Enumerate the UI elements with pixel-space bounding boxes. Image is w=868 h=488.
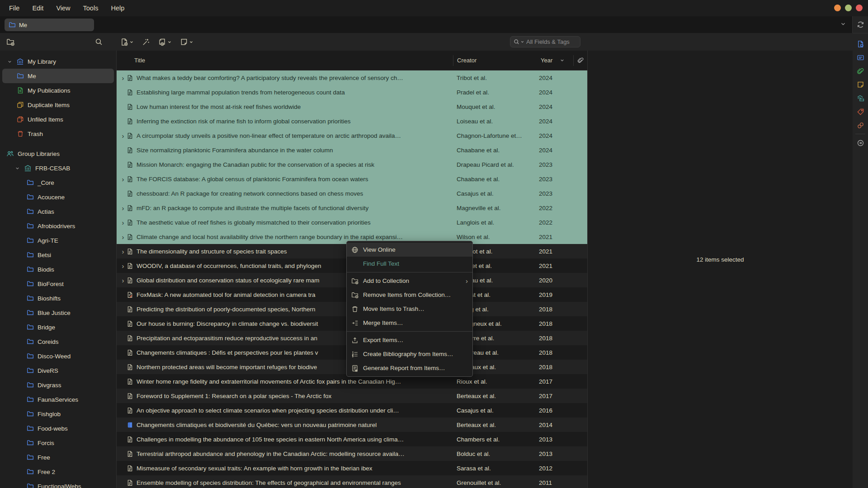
table-row[interactable]: › Mission Monarch: engaging the Canadian… xyxy=(117,157,587,172)
sidebar-collection[interactable]: Actias xyxy=(2,204,114,219)
table-row[interactable]: › A circumpolar study unveils a positive… xyxy=(117,128,587,143)
expand-chevron-icon[interactable]: › xyxy=(119,233,127,241)
close-button[interactable] xyxy=(856,5,863,11)
column-title[interactable]: Title xyxy=(117,57,453,64)
expand-chevron-icon[interactable]: › xyxy=(119,277,127,284)
sidebar-collection[interactable]: BioForest xyxy=(2,277,114,291)
new-item-button[interactable] xyxy=(120,38,134,46)
column-creator[interactable]: Creator xyxy=(453,55,536,66)
menubar-item[interactable]: Help xyxy=(111,5,124,12)
table-row[interactable]: › Ensemble modelling of species distribu… xyxy=(117,475,587,488)
sidebar-collection[interactable]: FunctionalWebs xyxy=(2,479,114,488)
sidebar-item[interactable]: Me xyxy=(2,69,114,83)
sidebar-collection[interactable]: Acoucene xyxy=(2,190,114,204)
table-row[interactable]: › chessboard: An R package for creating … xyxy=(117,186,587,201)
sidebar-item-label: FaunaServices xyxy=(38,396,78,403)
table-row[interactable]: › Terrestrial arthropod abundance and ph… xyxy=(117,446,587,461)
sidebar-collection[interactable]: DiveRS xyxy=(2,363,114,378)
minimize-button[interactable] xyxy=(834,5,841,11)
pane-tab-attachments[interactable] xyxy=(853,64,868,78)
sidebar-collection[interactable]: Blue Justice xyxy=(2,305,114,320)
pane-tab-related[interactable] xyxy=(853,118,868,132)
pane-tab-tags[interactable] xyxy=(853,105,868,118)
context-menu-item[interactable]: Create Bibliography from Items… › xyxy=(347,347,472,361)
sidebar-collection[interactable]: _Core xyxy=(2,175,114,190)
chevron-down-icon[interactable] xyxy=(6,59,13,64)
sidebar-collection[interactable]: Biodis xyxy=(2,262,114,277)
pane-tab-abstract[interactable] xyxy=(853,51,868,64)
maximize-button[interactable] xyxy=(845,5,852,11)
table-row[interactable]: › Low human interest for the most at-ris… xyxy=(117,99,587,114)
sidebar-item-frb-cesab[interactable]: FRB-CESAB xyxy=(2,161,114,175)
new-note-button[interactable] xyxy=(180,38,193,46)
table-row[interactable]: › An objective approach to select climat… xyxy=(117,403,587,418)
table-row[interactable]: › Establishing large mammal population t… xyxy=(117,85,587,99)
context-menu-item[interactable]: Add to Collection › xyxy=(347,274,472,288)
tab-overflow-chevron-icon[interactable] xyxy=(840,21,846,27)
context-menu-item[interactable]: Remove Items from Collection… › xyxy=(347,288,472,302)
menubar-item[interactable]: Edit xyxy=(32,5,43,12)
context-menu-item[interactable]: Merge Items… › xyxy=(347,316,472,330)
expand-chevron-icon[interactable]: › xyxy=(119,219,127,226)
pane-tab-info[interactable] xyxy=(853,37,868,51)
column-year[interactable]: Year xyxy=(536,55,573,66)
locate-button[interactable] xyxy=(853,136,868,150)
sidebar-collection[interactable]: Afrobiodrivers xyxy=(2,219,114,233)
context-menu-item[interactable]: View Online › xyxy=(347,243,472,257)
table-row[interactable]: › Changements climatiques et biodiversit… xyxy=(117,418,587,432)
sidebar-collection[interactable]: Coreids xyxy=(2,334,114,349)
context-menu-item[interactable]: Export Items… › xyxy=(347,333,472,347)
search-input[interactable] xyxy=(525,38,577,46)
table-row[interactable]: › Mismeasure of secondary sexual traits:… xyxy=(117,461,587,475)
add-attachment-button[interactable] xyxy=(158,38,172,46)
sidebar-collection[interactable]: Agri-TE xyxy=(2,233,114,248)
sidebar-item[interactable]: Trash xyxy=(2,127,114,141)
column-attachments[interactable] xyxy=(573,55,587,66)
sidebar-collection[interactable]: Disco-Weed xyxy=(2,349,114,363)
sidebar-collection[interactable]: Betsi xyxy=(2,248,114,262)
table-row[interactable]: › The aesthetic value of reef fishes is … xyxy=(117,215,587,230)
table-row[interactable]: › Challenges in modelling the abundance … xyxy=(117,432,587,446)
context-menu-item[interactable]: Move Items to Trash… › xyxy=(347,302,472,316)
sidebar-item[interactable]: Duplicate Items xyxy=(2,98,114,112)
pane-tab-libraries[interactable] xyxy=(853,91,868,105)
table-row[interactable]: › Foreword to Supplement 1: Research on … xyxy=(117,389,587,403)
sidebar-collection[interactable]: Divgrass xyxy=(2,378,114,392)
expand-chevron-icon[interactable]: › xyxy=(119,175,127,183)
menubar-item[interactable]: Tools xyxy=(83,5,99,12)
context-menu-item[interactable]: Generate Report from Items… › xyxy=(347,361,472,375)
table-row[interactable]: › The FORCIS database: A global census o… xyxy=(117,172,587,186)
sidebar-item[interactable]: Unfiled Items xyxy=(2,112,114,127)
tab-me[interactable]: Me xyxy=(5,19,94,31)
chevron-down-icon[interactable] xyxy=(14,166,20,171)
table-row[interactable]: › Inferring the extinction risk of marin… xyxy=(117,114,587,128)
context-menu-item[interactable]: Find Full Text › xyxy=(347,257,472,271)
sidebar-collection[interactable]: Bioshifts xyxy=(2,291,114,305)
sidebar-item-my-library[interactable]: My Library xyxy=(2,54,114,69)
quick-search[interactable] xyxy=(510,36,580,47)
add-by-identifier-button[interactable] xyxy=(142,38,150,46)
sidebar-collection[interactable]: Free 2 xyxy=(2,465,114,479)
sidebar-collection[interactable]: FaunaServices xyxy=(2,392,114,407)
sidebar-group-libraries-header[interactable]: Group Libraries xyxy=(2,146,114,161)
sidebar-collection[interactable]: Food-webs xyxy=(2,421,114,436)
table-row[interactable]: › mFD: an R package to compute and illus… xyxy=(117,201,587,215)
table-row[interactable]: › What makes a teddy bear comforting? A … xyxy=(117,70,587,85)
sidebar-collection[interactable]: Free xyxy=(2,450,114,465)
pane-tab-notes[interactable] xyxy=(853,78,868,91)
menubar-item[interactable]: File xyxy=(9,5,19,12)
expand-chevron-icon[interactable]: › xyxy=(119,132,127,140)
sidebar-collection[interactable]: Fishglob xyxy=(2,407,114,421)
sidebar-item[interactable]: My Publications xyxy=(2,83,114,98)
expand-chevron-icon[interactable]: › xyxy=(119,204,127,212)
table-row[interactable]: › Size normalizing planktonic Foraminife… xyxy=(117,143,587,157)
sidebar-collection[interactable]: Forcis xyxy=(2,436,114,450)
new-collection-button[interactable] xyxy=(6,33,14,51)
expand-chevron-icon[interactable]: › xyxy=(119,262,127,270)
menubar-item[interactable]: View xyxy=(56,5,70,12)
sidebar-collection[interactable]: Bridge xyxy=(2,320,114,334)
expand-chevron-icon[interactable]: › xyxy=(119,248,127,255)
sync-button[interactable] xyxy=(853,16,868,33)
expand-chevron-icon[interactable]: › xyxy=(119,74,127,82)
collection-search-button[interactable] xyxy=(95,33,103,51)
